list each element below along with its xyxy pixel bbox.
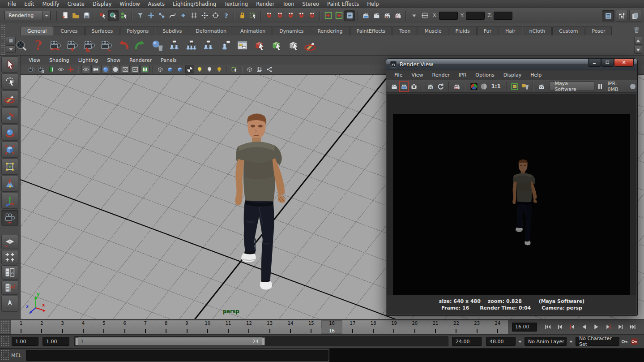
select-component-mode-button[interactable] [119, 10, 129, 21]
menu-assets[interactable]: Assets [144, 0, 169, 8]
playback-end-field[interactable]: 24.00 [452, 337, 482, 346]
shelf-grip[interactable] [1, 24, 5, 55]
movie-magnify-icon[interactable] [13, 38, 29, 53]
range-end-handle[interactable] [262, 337, 265, 345]
poly-cube-stack-icon[interactable] [252, 38, 267, 53]
region-render-button[interactable] [453, 82, 461, 91]
y-coordinate-field[interactable] [466, 12, 485, 20]
layout-persp-graph-button[interactable] [1, 280, 18, 295]
shelf-scroll-up-button[interactable] [634, 37, 642, 45]
command-output-field[interactable] [329, 349, 644, 362]
shelf-tab-ncloth[interactable]: nCloth [523, 26, 552, 35]
help-mode-icon[interactable]: ? [221, 10, 231, 21]
step-back-button[interactable] [554, 322, 565, 332]
shelf-tab-fur[interactable]: Fur [477, 26, 498, 35]
absolute-transform-icon[interactable] [419, 10, 430, 21]
new-scene-button[interactable] [60, 10, 70, 21]
menu-texturing[interactable]: Texturing [220, 0, 252, 8]
menu-help[interactable]: Help [363, 0, 383, 8]
render-view-titlebar[interactable]: Render View [386, 59, 637, 70]
character-set-dropdown-icon[interactable] [567, 338, 575, 345]
play-forward-button[interactable] [591, 322, 601, 332]
render-settings-button[interactable] [392, 10, 403, 21]
shelf-tab-dynamics[interactable]: Dynamics [273, 26, 310, 35]
current-time-field[interactable]: 16.00 [512, 323, 537, 332]
select-hierarchy-mode-button[interactable] [97, 10, 108, 21]
timeline-frame-19[interactable]: 19 [384, 320, 404, 334]
menu-stereo[interactable]: Stereo [299, 0, 323, 8]
snap-to-view-magnet-icon[interactable] [307, 10, 317, 21]
lock-selection-icon[interactable] [237, 10, 247, 21]
command-language-toggle[interactable]: MEL [11, 353, 21, 358]
time-ruler[interactable]: 1234567891011121314151616171819202122232… [10, 320, 508, 334]
camera-dolly-icon[interactable] [81, 38, 97, 53]
make-live-icon[interactable] [247, 10, 258, 21]
joint-single-icon[interactable] [218, 38, 233, 53]
set-key-icon[interactable] [619, 336, 629, 346]
channel-box-button[interactable] [629, 10, 641, 22]
rgb-channels-button[interactable] [469, 82, 478, 91]
range-slider-grip[interactable] [0, 336, 10, 347]
construction-history-button[interactable] [344, 10, 355, 21]
paint-select-tool-button[interactable] [1, 90, 18, 107]
resolution-gate-icon[interactable] [101, 65, 110, 73]
timeline-frame-17[interactable]: 17 [342, 320, 363, 334]
shelf-tab-rendering[interactable]: Rendering [311, 26, 349, 35]
render-view-menu-ipr[interactable]: IPR [454, 71, 471, 79]
snap-to-points-icon[interactable] [199, 10, 210, 21]
joint-tool-icon[interactable] [183, 38, 199, 53]
shelf-tab-general[interactable]: General [21, 26, 53, 35]
shelf-tab-animation[interactable]: Animation [234, 26, 272, 35]
texture-borders-icon[interactable] [255, 65, 264, 73]
animation-end-field[interactable]: 48.00 [486, 337, 516, 346]
camera-icon[interactable] [27, 65, 36, 73]
paint-effects-brush-icon[interactable] [303, 38, 318, 53]
menu-paint-effects[interactable]: Paint Effects [323, 0, 363, 8]
smooth-shade-icon[interactable] [166, 65, 175, 73]
go-to-end-button[interactable] [627, 322, 638, 332]
show-inputs-icon[interactable] [323, 10, 333, 21]
shelf-tab-custom[interactable]: Custom [552, 26, 584, 35]
shelf-tab-fluids[interactable]: Fluids [449, 26, 477, 35]
tool-settings-button[interactable] [616, 10, 628, 22]
shelf-tab-muscle[interactable]: Muscle [418, 26, 448, 35]
go-to-start-button[interactable] [542, 322, 553, 332]
timeline-frame-7[interactable]: 7 [135, 320, 156, 334]
playback-start-field[interactable]: 1.00 [43, 337, 69, 346]
flat-light-icon[interactable] [205, 65, 214, 73]
rotate-tool-button[interactable] [1, 125, 18, 141]
show-outputs-icon[interactable] [333, 10, 344, 21]
camera-orbit-icon[interactable] [47, 38, 63, 53]
timeline-frame-5[interactable]: 5 [94, 320, 114, 334]
shelf-tab-surfaces[interactable]: Surfaces [85, 26, 120, 35]
timeline-frame-24[interactable]: 24 [487, 320, 508, 334]
timeline-frame-6[interactable]: 6 [114, 320, 135, 334]
bookmark-icon[interactable] [47, 65, 55, 73]
panel-menu-lighting[interactable]: Lighting [74, 56, 102, 64]
timeline-frame-15[interactable]: 15 [301, 320, 321, 334]
shelf-tab-polygons[interactable]: Polygons [120, 26, 155, 35]
poly-cubes-gray-icon[interactable] [286, 38, 301, 53]
menu-set-selector[interactable]: Rendering [4, 11, 51, 20]
selection-filter-icon[interactable] [135, 10, 145, 21]
anim-layer-field[interactable]: No Anim Layer [525, 337, 567, 346]
undo-icon[interactable] [115, 38, 131, 53]
timeline-frame-9[interactable]: 9 [176, 320, 197, 334]
maximize-button[interactable] [601, 59, 614, 67]
render-current-frame-button[interactable] [360, 10, 371, 21]
timeline-frame-20[interactable]: 20 [405, 320, 425, 334]
refresh-render-button[interactable] [436, 82, 445, 91]
panel-menu-show[interactable]: Show [102, 56, 125, 64]
shelf-tab-toon[interactable]: Toon [392, 26, 417, 35]
joint-chain-icon[interactable] [166, 38, 182, 53]
ipr-render-button[interactable]: IPR [382, 10, 392, 21]
previous-key-button[interactable] [567, 322, 577, 332]
rendered-image[interactable] [393, 114, 630, 295]
shelf-scroll-down-button[interactable] [634, 46, 642, 54]
isolate-select-icon[interactable] [245, 65, 254, 73]
shared-nodes-icon[interactable] [265, 65, 274, 73]
range-start-handle[interactable] [75, 337, 78, 345]
animation-start-field[interactable]: 1.00 [12, 337, 38, 346]
timeline-frame-23[interactable]: 23 [467, 320, 487, 334]
layout-persp-outliner-button[interactable] [1, 265, 18, 280]
